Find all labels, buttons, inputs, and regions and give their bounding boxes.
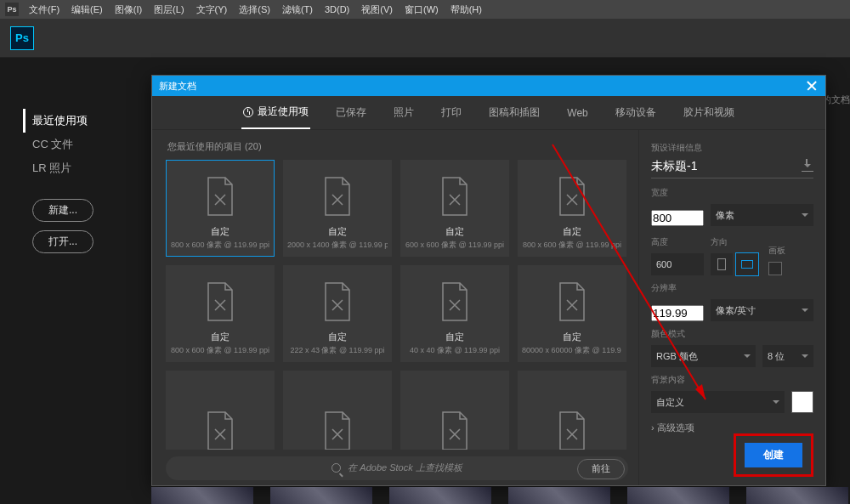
preset-card[interactable] xyxy=(166,371,275,450)
tab-film[interactable]: 胶片和视频 xyxy=(682,97,736,128)
resolution-input[interactable] xyxy=(651,305,704,321)
preset-title: 自定 xyxy=(445,225,464,238)
color-mode-label: 颜色模式 xyxy=(651,328,813,340)
preset-dimensions: 800 x 600 像素 @ 119.99 ppi xyxy=(171,345,269,356)
document-icon xyxy=(320,176,354,217)
document-icon xyxy=(320,411,354,450)
search-placeholder: 在 Adobe Stock 上查找模板 xyxy=(348,462,462,474)
orientation-portrait[interactable] xyxy=(711,253,733,275)
document-name-input[interactable]: 未标题-1 xyxy=(651,159,697,174)
app-logo-icon: Ps xyxy=(5,3,19,16)
preset-dimensions: 222 x 43 像素 @ 119.99 ppi xyxy=(290,345,384,356)
preset-dimensions: 40 x 40 像素 @ 119.99 ppi xyxy=(410,345,500,356)
preset-card[interactable]: 自定600 x 600 像素 @ 119.99 ppi xyxy=(400,160,509,257)
tab-photo[interactable]: 照片 xyxy=(392,97,416,128)
recent-count-label: 您最近使用的项目 (20) xyxy=(167,140,628,153)
home-recent[interactable]: 最近使用项 xyxy=(23,109,136,133)
preset-card[interactable]: 自定800 x 600 像素 @ 119.99 ppi xyxy=(166,160,275,257)
preset-grid: 自定800 x 600 像素 @ 119.99 ppi自定2000 x 1400… xyxy=(166,160,628,450)
tab-mobile[interactable]: 移动设备 xyxy=(614,97,658,128)
bit-depth-value: 8 位 xyxy=(768,350,785,363)
document-icon xyxy=(438,411,472,450)
preset-card[interactable]: 自定40 x 40 像素 @ 119.99 ppi xyxy=(400,265,509,362)
tab-recent-label: 最近使用项 xyxy=(258,105,309,119)
document-icon xyxy=(555,176,589,217)
width-unit-select[interactable]: 像素 xyxy=(711,204,813,226)
preset-card[interactable]: 自定80000 x 60000 像素 @ 119.9… xyxy=(518,265,626,362)
orientation-landscape[interactable] xyxy=(736,253,758,275)
height-label: 高度 xyxy=(651,236,704,248)
document-icon xyxy=(555,281,589,322)
details-header: 预设详细信息 xyxy=(651,142,813,154)
resolution-unit-select[interactable]: 像素/英寸 xyxy=(711,299,813,321)
preset-card[interactable]: 自定2000 x 1400 像素 @ 119.99 ppi xyxy=(283,160,392,257)
width-unit-value: 像素 xyxy=(716,209,734,222)
menu-view[interactable]: 视图(V) xyxy=(356,3,398,16)
preset-card[interactable]: 自定800 x 600 像素 @ 119.99 ppi xyxy=(166,265,275,362)
menu-help[interactable]: 帮助(H) xyxy=(445,3,487,16)
options-bar: Ps xyxy=(0,19,850,58)
background-color-swatch[interactable] xyxy=(791,391,813,413)
tab-saved[interactable]: 已保存 xyxy=(334,97,368,128)
menu-layer[interactable]: 图层(L) xyxy=(149,3,189,16)
home-lr-photos[interactable]: LR 照片 xyxy=(32,156,136,180)
width-input[interactable] xyxy=(651,210,704,226)
document-icon xyxy=(320,281,354,322)
stock-search[interactable]: 在 Adobe Stock 上查找模板 前往 xyxy=(166,456,628,480)
resolution-label: 分辨率 xyxy=(651,282,813,294)
preset-title: 自定 xyxy=(328,225,347,238)
tab-art[interactable]: 图稿和插图 xyxy=(487,97,541,128)
go-button[interactable]: 前往 xyxy=(577,459,625,479)
preset-title: 自定 xyxy=(563,225,581,238)
advanced-options-toggle[interactable]: 高级选项 xyxy=(651,422,813,434)
menu-type[interactable]: 文字(Y) xyxy=(191,3,233,16)
width-label: 宽度 xyxy=(651,187,813,199)
tab-recent[interactable]: 最近使用项 xyxy=(241,96,310,129)
preset-card[interactable] xyxy=(400,371,509,450)
tab-print[interactable]: 打印 xyxy=(439,97,463,128)
artboard-checkbox[interactable] xyxy=(768,262,782,275)
search-icon xyxy=(332,463,341,473)
preset-card[interactable]: 自定800 x 600 像素 @ 119.99 ppi xyxy=(518,160,626,257)
background-label: 背景内容 xyxy=(651,374,813,386)
orientation-label: 方向 xyxy=(711,236,762,248)
preset-details-panel: 预设详细信息 未标题-1 宽度 像素 高度 方向 xyxy=(638,130,825,485)
menu-3d[interactable]: 3D(D) xyxy=(320,4,354,14)
menu-edit[interactable]: 编辑(E) xyxy=(66,3,108,16)
preset-card[interactable]: 自定222 x 43 像素 @ 119.99 ppi xyxy=(283,265,392,362)
document-icon xyxy=(203,411,237,450)
menu-file[interactable]: 文件(F) xyxy=(24,3,65,16)
menu-select[interactable]: 选择(S) xyxy=(234,3,275,16)
artboard-label: 画板 xyxy=(768,245,802,257)
background-value: 自定义 xyxy=(656,396,684,409)
open-button[interactable]: 打开... xyxy=(32,230,94,253)
menu-filter[interactable]: 滤镜(T) xyxy=(277,3,318,16)
resolution-unit-value: 像素/英寸 xyxy=(716,304,756,317)
preset-title: 自定 xyxy=(328,331,347,343)
tab-web[interactable]: Web xyxy=(565,99,589,127)
preset-title: 自定 xyxy=(563,331,581,343)
clock-icon xyxy=(243,107,253,117)
bit-depth-select[interactable]: 8 位 xyxy=(762,345,813,367)
annotation-highlight: 创建 xyxy=(734,433,813,477)
menu-window[interactable]: 窗口(W) xyxy=(400,3,444,16)
preset-dimensions: 2000 x 1400 像素 @ 119.99 ppi xyxy=(287,240,388,251)
document-icon xyxy=(203,176,237,217)
background-select[interactable]: 自定义 xyxy=(651,391,785,413)
height-input[interactable] xyxy=(651,253,704,275)
home-cc-files[interactable]: CC 文件 xyxy=(32,133,136,156)
background-thumbnails xyxy=(151,487,850,504)
color-mode-select[interactable]: RGB 颜色 xyxy=(651,345,756,367)
preset-dimensions: 600 x 600 像素 @ 119.99 ppi xyxy=(405,240,504,251)
document-icon xyxy=(555,411,589,450)
new-button[interactable]: 新建... xyxy=(32,199,94,222)
close-icon[interactable] xyxy=(805,79,819,93)
create-button[interactable]: 创建 xyxy=(745,443,802,467)
dialog-title: 新建文档 xyxy=(159,80,196,93)
preset-card[interactable] xyxy=(518,371,626,450)
save-preset-icon[interactable] xyxy=(802,161,813,172)
preset-dimensions: 80000 x 60000 像素 @ 119.9… xyxy=(522,345,622,356)
color-mode-value: RGB 颜色 xyxy=(656,350,698,363)
preset-card[interactable] xyxy=(283,371,392,450)
menu-image[interactable]: 图像(I) xyxy=(110,3,147,16)
